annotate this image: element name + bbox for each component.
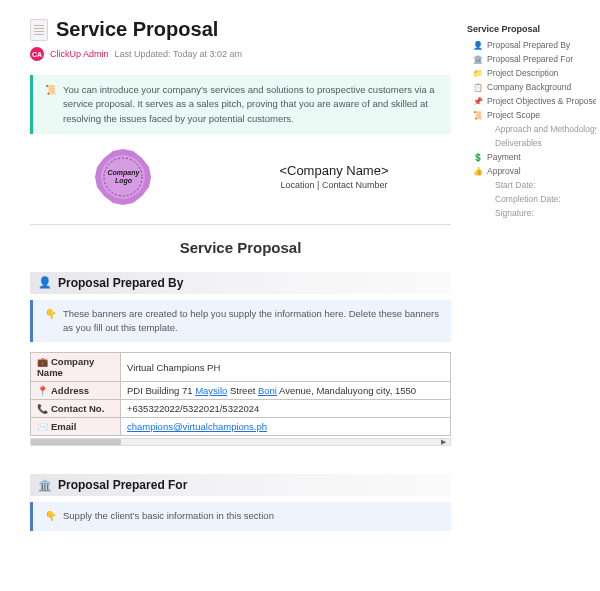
intro-banner: 📜 You can introduce your company's servi… <box>30 75 451 134</box>
nav-item-icon: 💲 <box>473 153 483 162</box>
outline-item[interactable]: Start Date: <box>467 178 596 192</box>
outline-item[interactable]: 🏛️Proposal Prepared For <box>467 52 596 66</box>
last-updated: Last Updated: Today at 3:02 am <box>115 49 242 59</box>
page-title: Service Proposal <box>56 18 218 41</box>
nav-item-icon: 📌 <box>473 97 483 106</box>
nav-item-label: Completion Date: <box>495 194 561 204</box>
company-name-cell[interactable]: Virtual Champions PH <box>121 353 451 382</box>
help-banner-2: 👇 Supply the client's basic information … <box>30 502 451 530</box>
divider <box>30 224 451 225</box>
help-banner-1: 👇 These banners are created to help you … <box>30 300 451 343</box>
outline-item[interactable]: 👤Proposal Prepared By <box>467 38 596 52</box>
nav-item-label: Payment <box>487 152 521 162</box>
nav-item-label: Company Background <box>487 82 571 92</box>
nav-item-icon: 📜 <box>473 111 483 120</box>
author-avatar[interactable]: CA <box>30 47 44 61</box>
briefcase-icon: 💼 <box>37 357 48 367</box>
phone-icon: 📞 <box>37 404 48 414</box>
outline-item[interactable]: 📜Project Scope <box>467 108 596 122</box>
section-title: Proposal Prepared For <box>58 478 187 492</box>
nav-item-icon: 📁 <box>473 69 483 78</box>
horizontal-scrollbar[interactable]: ▶ <box>30 438 451 446</box>
company-name-placeholder[interactable]: <Company Name> <box>279 163 388 178</box>
document-title: Service Proposal <box>30 239 451 256</box>
author-name[interactable]: ClickUp Admin <box>50 49 109 59</box>
outline-title[interactable]: Service Proposal <box>467 24 596 34</box>
nav-item-icon: 👍 <box>473 167 483 176</box>
scroll-thumb[interactable] <box>31 439 121 445</box>
outline-item[interactable]: 💲Payment <box>467 150 596 164</box>
outline-item[interactable]: Approach and Methodology <box>467 122 596 136</box>
doc-type-icon <box>30 19 48 41</box>
nav-item-label: Approach and Methodology <box>495 124 596 134</box>
company-info-table: 💼Company Name Virtual Champions PH 📍Addr… <box>30 352 451 436</box>
person-icon: 👤 <box>38 276 52 289</box>
intro-text: You can introduce your company's service… <box>63 83 439 126</box>
nav-item-label: Start Date: <box>495 180 536 190</box>
nav-item-label: Project Description <box>487 68 558 78</box>
point-down-icon: 👇 <box>45 307 57 336</box>
table-row: ✉️Email champions@virtualchampions.ph <box>31 418 451 436</box>
nav-item-label: Project Objectives & Proposed Ser... <box>487 96 596 106</box>
nav-item-icon: 🏛️ <box>473 55 483 64</box>
banner-text: These banners are created to help you su… <box>63 307 439 336</box>
outline-item[interactable]: 📁Project Description <box>467 66 596 80</box>
outline-item[interactable]: Deliverables <box>467 136 596 150</box>
nav-item-label: Proposal Prepared For <box>487 54 573 64</box>
nav-item-label: Signature: <box>495 208 534 218</box>
scroll-icon: 📜 <box>45 83 57 126</box>
outline-item[interactable]: 👍Approval <box>467 164 596 178</box>
company-logo: Company Logo <box>92 146 154 208</box>
nav-item-icon: 👤 <box>473 41 483 50</box>
section-prepared-by: 👤 Proposal Prepared By <box>30 272 451 294</box>
point-down-icon: 👇 <box>45 509 57 523</box>
nav-item-label: Project Scope <box>487 110 540 120</box>
nav-item-label: Deliverables <box>495 138 542 148</box>
table-row: 📍Address PDI Building 71 Maysilo Street … <box>31 382 451 400</box>
email-cell[interactable]: champions@virtualchampions.ph <box>121 418 451 436</box>
section-title: Proposal Prepared By <box>58 276 183 290</box>
contact-cell[interactable]: +635322022/5322021/5322024 <box>121 400 451 418</box>
outline-sidebar: Service Proposal 👤Proposal Prepared By🏛️… <box>465 0 600 531</box>
address-cell[interactable]: PDI Building 71 Maysilo Street Boni Aven… <box>121 382 451 400</box>
table-row: 📞Contact No. +635322022/5322021/5322024 <box>31 400 451 418</box>
outline-item[interactable]: Signature: <box>467 206 596 220</box>
outline-item[interactable]: 📋Company Background <box>467 80 596 94</box>
nav-item-label: Approval <box>487 166 521 176</box>
section-prepared-for: 🏛️ Proposal Prepared For <box>30 474 451 496</box>
scroll-right-arrow[interactable]: ▶ <box>438 439 448 445</box>
pin-icon: 📍 <box>37 386 48 396</box>
envelope-icon: ✉️ <box>37 422 48 432</box>
outline-item[interactable]: 📌Project Objectives & Proposed Ser... <box>467 94 596 108</box>
building-icon: 🏛️ <box>38 479 52 492</box>
banner-text: Supply the client's basic information in… <box>63 509 274 523</box>
nav-item-label: Proposal Prepared By <box>487 40 570 50</box>
table-row: 💼Company Name Virtual Champions PH <box>31 353 451 382</box>
nav-item-icon: 📋 <box>473 83 483 92</box>
outline-item[interactable]: Completion Date: <box>467 192 596 206</box>
email-link[interactable]: champions@virtualchampions.ph <box>127 421 267 432</box>
company-location-placeholder[interactable]: Location | Contact Number <box>279 180 388 190</box>
